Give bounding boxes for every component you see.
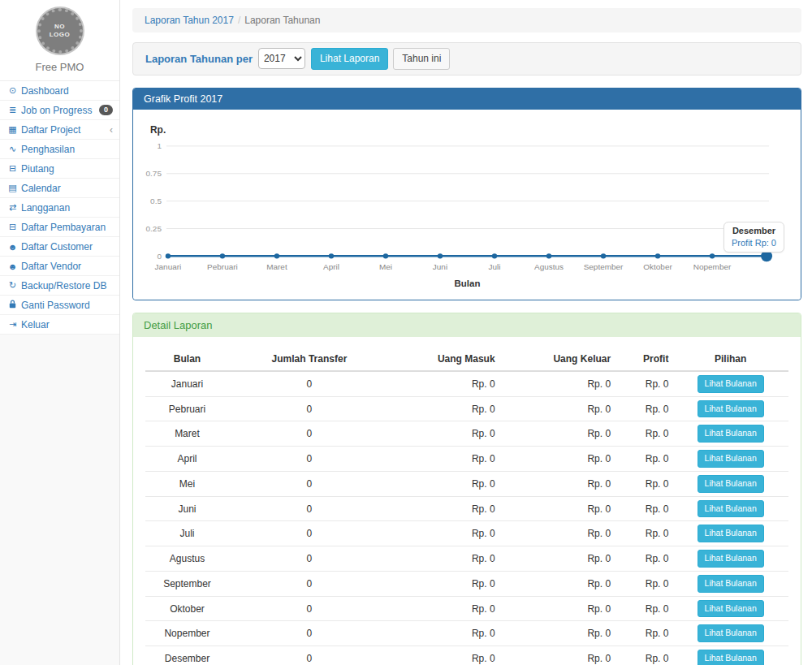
svg-text:Mei: Mei (379, 262, 392, 271)
lihat-bulanan-button[interactable]: Lihat Bulanan (698, 425, 764, 443)
lock-icon (6, 300, 19, 310)
lihat-bulanan-button[interactable]: Lihat Bulanan (698, 450, 764, 468)
sidebar-item-job-on-progress[interactable]: ≣Job on Progress0 (0, 101, 119, 120)
cell: Rp. 0 (499, 396, 615, 421)
cell: Rp. 0 (499, 546, 615, 572)
sidebar-item-daftar-customer[interactable]: ☻Daftar Customer (0, 237, 119, 257)
table-row: Oktober0Rp. 0Rp. 0Rp. 0Lihat Bulanan (145, 596, 788, 621)
cell: Pebruari (145, 396, 229, 421)
action-cell: Lihat Bulanan (672, 447, 788, 472)
cell: Rp. 0 (390, 447, 499, 472)
breadcrumb-link-laporan-tahun[interactable]: Laporan Tahun 2017 (145, 15, 234, 26)
year-select[interactable]: 2017 (258, 48, 305, 69)
tasks-icon: ≣ (6, 105, 19, 115)
svg-text:0.75: 0.75 (146, 169, 162, 178)
sidebar-item-label: Daftar Project (21, 124, 110, 136)
lihat-bulanan-button[interactable]: Lihat Bulanan (698, 375, 764, 393)
brand-block: NO LOGO Free PMO (0, 0, 119, 80)
cell: Rp. 0 (390, 496, 499, 521)
column-header-uang-masuk: Uang Masuk (390, 348, 499, 371)
svg-text:Pebruari: Pebruari (207, 262, 238, 271)
cell: Rp. 0 (390, 371, 499, 396)
lihat-bulanan-button[interactable]: Lihat Bulanan (698, 475, 764, 493)
svg-text:1: 1 (157, 141, 162, 150)
svg-text:0.5: 0.5 (150, 196, 162, 205)
breadcrumb: Laporan Tahun 2017/Laporan Tahunan (132, 8, 801, 32)
cell: Rp. 0 (390, 546, 499, 572)
action-cell: Lihat Bulanan (672, 646, 788, 665)
sidebar-item-label: Job on Progress (21, 105, 99, 116)
sidebar-item-daftar-pembayaran[interactable]: ⊟Daftar Pembayaran (0, 218, 119, 237)
lihat-bulanan-button[interactable]: Lihat Bulanan (698, 624, 764, 642)
cell: Nopember (145, 621, 229, 646)
cell: Rp. 0 (615, 396, 672, 421)
cell: Oktober (145, 596, 229, 621)
table-row: Pebruari0Rp. 0Rp. 0Rp. 0Lihat Bulanan (145, 396, 788, 421)
sidebar-menu: ⊙Dashboard≣Job on Progress0▦Daftar Proje… (0, 80, 119, 335)
sidebar: NO LOGO Free PMO ⊙Dashboard≣Job on Progr… (0, 0, 120, 665)
cell: April (145, 447, 229, 472)
lihat-bulanan-button[interactable]: Lihat Bulanan (698, 600, 764, 618)
cell: Rp. 0 (615, 447, 672, 472)
column-header-profit: Profit (615, 348, 672, 371)
table-row: Nopember0Rp. 0Rp. 0Rp. 0Lihat Bulanan (145, 621, 788, 646)
svg-text:Juni: Juni (433, 262, 447, 271)
cell: Rp. 0 (499, 621, 615, 646)
breadcrumb-separator: / (238, 15, 240, 26)
users-icon: ☻ (6, 261, 19, 271)
cell: Rp. 0 (390, 571, 499, 596)
sidebar-item-ganti-password[interactable]: Ganti Password (0, 296, 119, 315)
sidebar-item-dashboard[interactable]: ⊙Dashboard (0, 81, 119, 101)
chevron-left-icon: ‹ (110, 124, 113, 136)
action-cell: Lihat Bulanan (672, 571, 788, 596)
chart-panel-title: Grafik Profit 2017 (133, 89, 801, 110)
column-header-pilihan: Pilihan (672, 348, 788, 371)
cell: Rp. 0 (499, 496, 615, 521)
lihat-laporan-button[interactable]: Lihat Laporan (311, 48, 388, 70)
lihat-bulanan-button[interactable]: Lihat Bulanan (698, 650, 764, 665)
sidebar-item-daftar-vendor[interactable]: ☻Daftar Vendor (0, 257, 119, 276)
data-point (655, 253, 660, 258)
cell: 0 (229, 596, 390, 621)
sidebar-item-keluar[interactable]: ⇥Keluar (0, 315, 119, 335)
users-icon: ☻ (6, 242, 19, 252)
tahun-ini-button[interactable]: Tahun ini (393, 48, 450, 70)
lihat-bulanan-button[interactable]: Lihat Bulanan (698, 550, 764, 568)
sidebar-item-daftar-project[interactable]: ▦Daftar Project‹ (0, 120, 119, 140)
sidebar-item-calendar[interactable]: ▤Calendar (0, 179, 119, 198)
y-axis-label: Rp. (150, 124, 166, 136)
sidebar-item-label: Calendar (21, 183, 113, 194)
data-point (329, 253, 334, 258)
svg-text:Agustus: Agustus (534, 262, 564, 271)
line-chart-icon: ∿ (6, 144, 19, 154)
sidebar-item-label: Ganti Password (21, 300, 113, 311)
lihat-bulanan-button[interactable]: Lihat Bulanan (698, 575, 764, 593)
brand-name: Free PMO (0, 61, 119, 73)
table-row: Juli0Rp. 0Rp. 0Rp. 0Lihat Bulanan (145, 521, 788, 546)
cell: Rp. 0 (615, 521, 672, 546)
lihat-bulanan-button[interactable]: Lihat Bulanan (698, 500, 764, 518)
table-row: September0Rp. 0Rp. 0Rp. 0Lihat Bulanan (145, 571, 788, 596)
sidebar-item-piutang[interactable]: ⊟Piutang (0, 159, 119, 179)
lihat-bulanan-button[interactable]: Lihat Bulanan (698, 525, 764, 542)
table-row: Mei0Rp. 0Rp. 0Rp. 0Lihat Bulanan (145, 471, 788, 496)
sidebar-item-langganan[interactable]: ⇄Langganan (0, 198, 119, 218)
svg-text:Januari: Januari (155, 262, 182, 271)
job-count-badge: 0 (99, 105, 113, 116)
cell: Rp. 0 (390, 396, 499, 421)
column-header-uang-keluar: Uang Keluar (499, 348, 615, 371)
cell: Maret (145, 421, 229, 447)
tooltip-month: Desember (732, 226, 776, 235)
cell: Rp. 0 (615, 371, 672, 396)
sidebar-item-penghasilan[interactable]: ∿Penghasilan (0, 140, 119, 159)
sidebar-item-label: Daftar Pembayaran (21, 222, 113, 233)
sidebar-item-backup-restore-db[interactable]: ↻Backup/Restore DB (0, 276, 119, 296)
cell: 0 (229, 396, 390, 421)
cell: 0 (229, 447, 390, 472)
money-icon: ⊟ (6, 222, 19, 232)
cell: 0 (229, 646, 390, 665)
table-row: Januari0Rp. 0Rp. 0Rp. 0Lihat Bulanan (145, 371, 788, 396)
lihat-bulanan-button[interactable]: Lihat Bulanan (698, 400, 764, 418)
data-point (546, 253, 551, 258)
action-cell: Lihat Bulanan (672, 421, 788, 447)
